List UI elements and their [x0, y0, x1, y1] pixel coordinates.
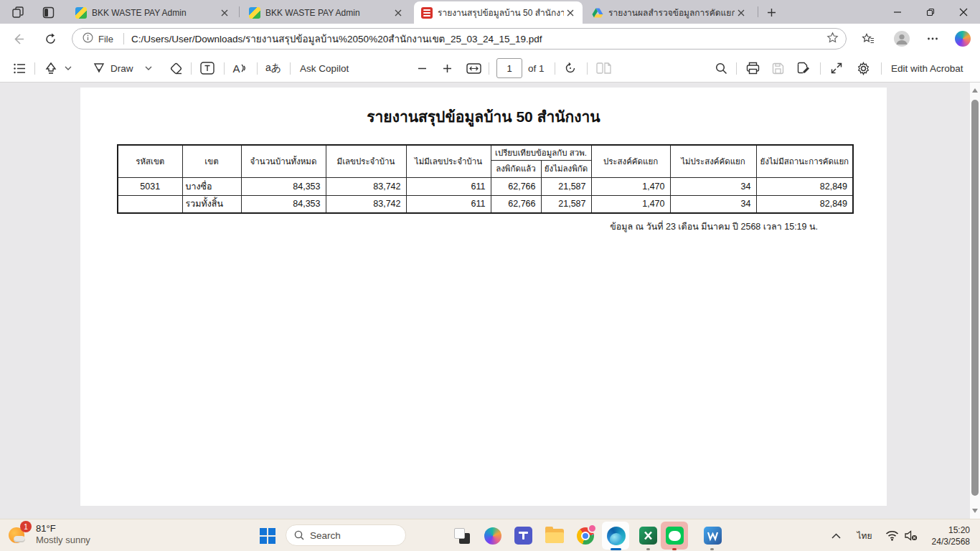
cell-value: 34	[670, 177, 756, 195]
url-text: C:/Users/User/Downloads/รายงานสรุปข้อมูล…	[131, 31, 821, 47]
edge-icon[interactable]	[606, 526, 626, 545]
favorite-star-icon[interactable]	[826, 32, 839, 47]
tab-bkk-admin-1[interactable]: BKK WASTE PAY Admin	[68, 1, 237, 24]
cell-value: 34	[670, 195, 756, 213]
google-drive-icon	[592, 7, 603, 19]
fullscreen-icon[interactable]	[826, 60, 847, 77]
save-as-icon[interactable]	[793, 60, 814, 77]
copilot-icon[interactable]	[954, 30, 971, 47]
search-icon	[294, 530, 304, 540]
pdf-file-icon	[421, 7, 433, 19]
start-button[interactable]	[258, 526, 277, 545]
more-menu-icon[interactable]	[924, 30, 941, 47]
info-icon[interactable]	[83, 32, 93, 46]
vertical-scrollbar[interactable]	[970, 83, 980, 519]
taskbar-search[interactable]: Search	[286, 524, 406, 546]
add-text-icon[interactable]	[198, 60, 217, 77]
fit-to-width-icon[interactable]	[463, 60, 484, 77]
window-controls	[881, 0, 980, 24]
table-of-contents-icon[interactable]	[10, 60, 29, 77]
wifi-icon[interactable]	[882, 526, 902, 545]
draw-label[interactable]: Draw	[110, 60, 133, 77]
notification-badge: 1	[20, 521, 32, 532]
language-indicator[interactable]: ไทย	[852, 526, 877, 545]
pdf-viewer: รายงานสรุปข้อมูลบ้าน 50 สำนักงาน รหัสเขต…	[0, 83, 980, 519]
cell-value: 21,587	[541, 177, 591, 195]
tab-drive-report[interactable]: รายงานผลสำรวจข้อมูลการคัดแยกมูลฝ	[585, 1, 753, 24]
clock[interactable]: 15:20 24/3/2568	[932, 524, 970, 547]
translate-icon[interactable]: aあ	[263, 60, 284, 77]
tray-chevron-icon[interactable]	[826, 526, 846, 545]
tab-title: รายงานสรุปข้อมูลบ้าน 50 สำนักงานเขต	[438, 6, 564, 19]
tab-actions-icon[interactable]	[37, 4, 59, 20]
tab-pdf-report[interactable]: รายงานสรุปข้อมูลบ้าน 50 สำนักงานเขต	[414, 1, 583, 24]
new-tab-button[interactable]	[762, 4, 781, 21]
tray-time: 15:20	[932, 524, 970, 536]
cell-value: 83,742	[326, 177, 406, 195]
cell-value: 82,849	[756, 177, 853, 195]
refresh-icon[interactable]	[43, 32, 57, 46]
search-document-icon[interactable]	[712, 60, 730, 77]
zoom-in-icon[interactable]	[438, 60, 456, 77]
restore-button[interactable]	[914, 0, 947, 24]
read-aloud-icon[interactable]: A	[230, 60, 250, 77]
col-header: ลงพิกัดแล้ว	[491, 160, 541, 177]
edit-with-acrobat-button[interactable]: Edit with Acrobat	[891, 60, 963, 77]
tab-strip: BKK WASTE PAY Admin BKK WASTE PAY Admin …	[0, 0, 980, 24]
copilot-app-icon[interactable]	[483, 526, 502, 545]
close-button[interactable]	[947, 0, 980, 24]
report-timestamp: ข้อมูล ณ วันที่ 23 เดือน มีนาคม ปี 2568 …	[117, 220, 852, 234]
workspaces-icon[interactable]	[7, 4, 29, 20]
url-input[interactable]: File C:/Users/User/Downloads/รายงานสรุปข…	[72, 28, 847, 50]
profile-avatar[interactable]	[893, 30, 910, 47]
url-scheme-label: File	[98, 34, 113, 44]
eraser-icon[interactable]	[166, 60, 185, 77]
print-icon[interactable]	[743, 60, 762, 77]
tab-close-icon[interactable]	[735, 6, 748, 19]
highlighter-chevron-icon[interactable]	[62, 60, 75, 77]
scroll-down-icon[interactable]	[972, 509, 978, 513]
tab-close-icon[interactable]	[218, 6, 231, 19]
ask-copilot-button[interactable]: Ask Copilot	[300, 60, 349, 77]
settings-gear-icon[interactable]	[853, 60, 873, 77]
zoom-out-icon[interactable]	[413, 60, 430, 77]
rotate-icon[interactable]	[561, 60, 580, 77]
minimize-button[interactable]	[881, 0, 914, 24]
cell-district-code: 5031	[118, 177, 182, 195]
taskbar: 1 81°F Mostly sunny Search	[0, 519, 980, 551]
tab-title: BKK WASTE PAY Admin	[265, 8, 392, 18]
save-icon[interactable]	[768, 60, 787, 77]
weather-temperature: 81°F	[36, 523, 90, 534]
favorites-list-icon[interactable]	[859, 30, 877, 47]
draw-chevron-icon[interactable]	[142, 60, 155, 77]
page-count-label: of 1	[528, 60, 545, 77]
file-explorer-icon[interactable]	[545, 526, 564, 545]
back-icon[interactable]	[11, 32, 26, 46]
tab-divider	[239, 6, 240, 17]
line-icon[interactable]	[665, 526, 684, 545]
tab-bkk-admin-2[interactable]: BKK WASTE PAY Admin	[242, 1, 410, 24]
chrome-icon[interactable]	[575, 526, 595, 545]
chrome-profile-badge	[588, 524, 597, 533]
tab-close-icon[interactable]	[392, 6, 405, 19]
word-icon[interactable]	[703, 526, 722, 545]
highlighter-icon[interactable]	[42, 60, 60, 77]
col-header: เขต	[182, 145, 241, 177]
scrollbar-thumb[interactable]	[971, 100, 979, 496]
volume-muted-icon[interactable]	[901, 526, 920, 545]
excel-running-dot	[646, 548, 650, 550]
cell-value: 82,849	[756, 195, 853, 213]
weather-condition: Mostly sunny	[36, 534, 90, 546]
weather-widget[interactable]: 1 81°F Mostly sunny	[7, 523, 90, 546]
tab-close-icon[interactable]	[564, 6, 577, 19]
cell-total-label: รวมทั้งสิ้น	[182, 195, 241, 213]
excel-icon[interactable]	[639, 526, 658, 545]
tray-date: 24/3/2568	[932, 536, 970, 547]
teams-icon[interactable]	[514, 526, 533, 545]
task-view-icon[interactable]	[452, 526, 471, 545]
scroll-up-icon[interactable]	[972, 88, 978, 93]
page-view-icon[interactable]	[593, 60, 613, 77]
col-header: ประสงค์คัดแยก	[591, 145, 670, 177]
page-number-input[interactable]: 1	[496, 58, 522, 78]
draw-pen-icon[interactable]	[90, 60, 108, 77]
